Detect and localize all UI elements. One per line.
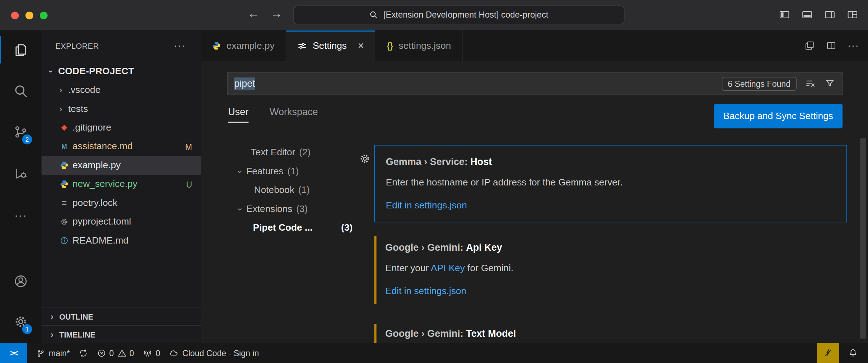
toggle-secondary-sidebar-icon[interactable] — [824, 10, 835, 19]
editor-scrollbar[interactable] — [860, 138, 865, 339]
forward-arrow-icon[interactable]: → — [271, 7, 282, 20]
tree-item-assistance-md[interactable]: M assistance.md M — [42, 137, 201, 156]
filter-funnel-icon[interactable] — [824, 78, 835, 89]
close-tab-icon[interactable]: × — [358, 39, 364, 52]
setting-title: Google › Gemini: Api Key — [385, 239, 836, 255]
tab-settings[interactable]: Settings × — [286, 30, 375, 61]
tree-item-pyproject-toml[interactable]: pyproject.toml — [42, 212, 201, 231]
open-changes-icon[interactable] — [804, 41, 815, 51]
folder-name: .vscode — [68, 85, 101, 96]
setting-google-gemini-api-key[interactable]: Google › Gemini: Api Key Enter your API … — [374, 231, 847, 309]
python-icon — [58, 180, 70, 189]
warning-count: 0 — [129, 348, 134, 358]
pane-title: OUTLINE — [59, 312, 93, 321]
run-debug-activity-icon[interactable] — [0, 159, 42, 187]
toc-text-editor[interactable]: Text Editor (2) — [201, 143, 353, 162]
timeline-pane-header[interactable]: › TIMELINE — [42, 325, 201, 343]
toc-count: (2) — [299, 147, 311, 158]
tab-example-py[interactable]: example.py — [201, 30, 286, 61]
warning-icon — [117, 348, 126, 358]
titlebar: ← → [Extension Development Host] code-pr… — [0, 0, 868, 30]
more-views-icon[interactable]: ··· — [0, 201, 42, 229]
setting-category: Google › Gemini: — [385, 242, 466, 253]
ports-item[interactable]: 0 — [143, 348, 160, 358]
cloud-code-item[interactable]: Cloud Code - Sign in — [169, 348, 259, 358]
setting-gemma-service-host[interactable]: Gemma › Service: Host Enter the hostname… — [374, 145, 847, 222]
tree-item-gitignore[interactable]: .gitignore — [42, 118, 201, 137]
tab-label: settings.json — [399, 40, 451, 51]
layout-controls — [779, 10, 858, 19]
accounts-icon[interactable] — [0, 267, 42, 295]
activity-bar: 2 ··· 1 — [0, 30, 42, 343]
lock-file-icon: ≡ — [58, 198, 70, 208]
file-name: assistance.md — [73, 141, 133, 152]
toc-features[interactable]: › Features (1) — [201, 162, 353, 181]
explorer-activity-icon[interactable] — [0, 36, 42, 63]
settings-search-input[interactable]: pipet 6 Settings Found — [227, 72, 843, 95]
remote-indicator[interactable]: >< — [0, 343, 27, 363]
toc-pipet-code[interactable]: Pipet Code ... (3) — [201, 218, 353, 237]
clear-filters-icon[interactable] — [805, 78, 816, 89]
search-icon — [369, 10, 378, 19]
status-bar: >< main* 0 0 — [0, 343, 868, 363]
more-actions-icon[interactable]: ··· — [848, 40, 859, 51]
git-branch-item[interactable]: main* — [36, 348, 70, 358]
close-window-button[interactable] — [11, 11, 19, 19]
back-arrow-icon[interactable]: ← — [247, 7, 259, 20]
setting-google-gemini-text-model[interactable]: Google › Gemini: Text Model — [374, 320, 847, 343]
settings-editor: pipet 6 Settings Found User Workspace Ba… — [201, 61, 868, 343]
tab-label: example.py — [227, 40, 275, 51]
backup-sync-button[interactable]: Backup and Sync Settings — [714, 104, 843, 128]
description-text: Enter your — [385, 263, 431, 273]
outline-pane-header[interactable]: › OUTLINE — [42, 307, 201, 325]
file-name: pyproject.toml — [73, 216, 131, 227]
settings-gear-icon[interactable]: 1 — [0, 307, 42, 335]
pane-title: TIMELINE — [59, 330, 95, 339]
problems-item[interactable]: 0 0 — [97, 348, 134, 358]
command-center-search[interactable]: [Extension Development Host] code-projec… — [293, 5, 624, 24]
minimize-window-button[interactable] — [25, 11, 33, 19]
toggle-sidebar-icon[interactable] — [779, 10, 790, 19]
api-key-link[interactable]: API Key — [431, 263, 465, 273]
edit-in-settings-json-link[interactable]: Edit in settings.json — [385, 283, 466, 300]
cloud-code-label: Cloud Code - Sign in — [182, 348, 259, 358]
file-name: example.py — [73, 160, 121, 171]
tree-item-poetry-lock[interactable]: ≡ poetry.lock — [42, 194, 201, 212]
info-icon — [58, 236, 70, 245]
sync-icon — [79, 348, 88, 358]
tab-settings-json[interactable]: {} settings.json — [375, 30, 462, 61]
sync-changes-item[interactable] — [79, 348, 88, 358]
toc-notebook[interactable]: Notebook (1) — [201, 181, 353, 199]
notifications-bell-icon[interactable] — [848, 348, 858, 358]
edit-in-settings-json-link[interactable]: Edit in settings.json — [386, 198, 467, 214]
chevron-right-icon: › — [47, 329, 57, 339]
toggle-panel-icon[interactable] — [802, 10, 813, 19]
toc-count: (3) — [341, 222, 353, 234]
zoom-window-button[interactable] — [40, 11, 48, 19]
tree-item-readme-md[interactable]: README.md — [42, 231, 201, 250]
git-modified-badge: M — [185, 142, 192, 151]
setting-manage-gear-icon[interactable] — [359, 153, 371, 165]
scope-tab-user[interactable]: User — [228, 106, 248, 123]
scope-tab-workspace[interactable]: Workspace — [270, 106, 318, 123]
python-icon — [212, 41, 221, 50]
toc-extensions[interactable]: › Extensions (3) — [201, 200, 353, 218]
customize-layout-icon[interactable] — [847, 10, 858, 19]
tree-item-example-py[interactable]: example.py — [42, 156, 201, 175]
tree-item-new-service-py[interactable]: new_service.py U — [42, 175, 201, 193]
explorer-more-actions-icon[interactable]: ··· — [174, 40, 185, 51]
settings-badge: 1 — [22, 324, 32, 334]
explorer-title: EXPLORER — [55, 41, 99, 50]
settings-toc: Text Editor (2) › Features (1) Notebook … — [201, 143, 353, 237]
file-tree: › CODE-PROJECT › .vscode › tests .gitign… — [42, 62, 201, 250]
settings-scope-tabs: User Workspace — [228, 106, 318, 123]
search-activity-icon[interactable] — [0, 77, 42, 104]
folder-name: tests — [68, 103, 88, 114]
source-control-activity-icon[interactable]: 2 — [0, 118, 42, 145]
tree-root-folder[interactable]: › CODE-PROJECT — [42, 62, 201, 81]
tree-item-tests[interactable]: › tests — [42, 100, 201, 118]
split-editor-icon[interactable] — [826, 41, 836, 51]
toc-count: (1) — [298, 185, 310, 196]
extension-host-profile-item[interactable] — [817, 343, 839, 363]
tree-item-vscode[interactable]: › .vscode — [42, 81, 201, 99]
